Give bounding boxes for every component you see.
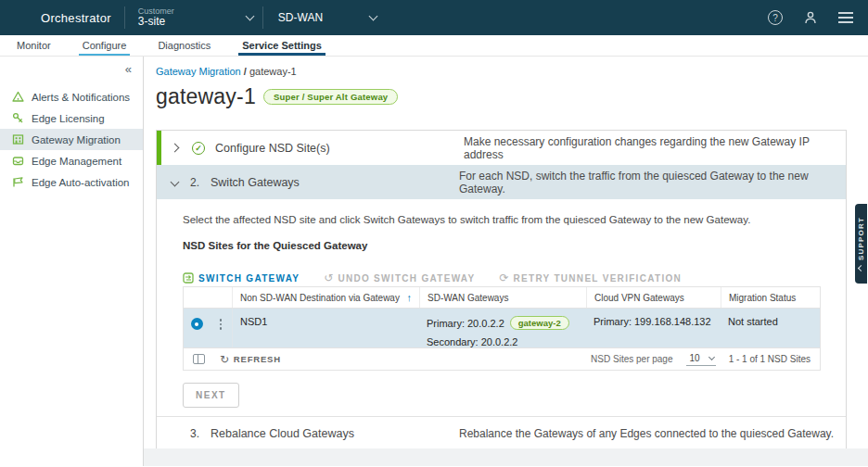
content-area: Gateway Migration / gateway-1 gateway-1 … [144, 57, 868, 466]
divider [124, 6, 125, 29]
gateway-role-badge: Super / Super Alt Gateway [263, 89, 398, 105]
column-picker-icon[interactable] [193, 354, 205, 364]
breadcrumb-parent-link[interactable]: Gateway Migration [156, 66, 241, 77]
retry-icon: ⟳ [499, 271, 508, 284]
sidebar-collapse-icon[interactable]: « [125, 62, 132, 76]
inbox-icon [12, 155, 24, 167]
column-header-sdwan-gateways[interactable]: SD-WAN Gateways [419, 287, 586, 308]
chevron-right-icon [171, 144, 180, 153]
page-title: gateway-1 [156, 84, 256, 109]
grid-toolbar: SWITCH GATEWAY ↺ UNDO SWITCH GATEWAY ⟳ R… [183, 271, 682, 284]
step1-configure-nsd-sites-header[interactable]: ✓ Configure NSD Site(s) Make necessary c… [157, 131, 846, 165]
chevron-left-icon [858, 265, 864, 271]
top-bar: Orchestrator Customer 3-site SD-WAN ? [0, 0, 868, 35]
user-icon[interactable] [803, 10, 818, 25]
sidebar-item-label: Edge Licensing [32, 113, 105, 124]
chevron-down-icon [245, 12, 254, 21]
sort-ascending-icon[interactable]: ↑ [407, 292, 413, 303]
sidebar: « Alerts & Notifications Edge Licensing [0, 57, 144, 466]
per-page-label: NSD Sites per page [591, 354, 672, 364]
cell-nsd-name: NSD1 [232, 309, 419, 347]
column-header-cloud-vpn-gateways[interactable]: Cloud VPN Gateways [586, 287, 721, 308]
row-radio-selected[interactable] [191, 318, 203, 330]
service-switcher[interactable]: SD-WAN [278, 11, 377, 24]
pagination-range: 1 - 1 of 1 NSD Sites [729, 354, 811, 364]
refresh-button[interactable]: ↻ REFRESH [220, 353, 281, 366]
step2-instruction: Select the affected NSD site and click S… [183, 214, 750, 225]
table-header-row: Non SD-WAN Destination via Gateway ↑ SD-… [184, 287, 820, 309]
nsd-sites-heading: NSD Sites for the Quiesced Gateway [183, 240, 367, 251]
nsd-sites-table: Non SD-WAN Destination via Gateway ↑ SD-… [183, 286, 821, 371]
step3-number: 3. [190, 427, 199, 440]
sidebar-item-edge-management[interactable]: Edge Management [0, 150, 143, 171]
sidebar-item-edge-licensing[interactable]: Edge Licensing [0, 107, 143, 129]
building-icon [12, 133, 24, 145]
sidebar-item-gateway-migration[interactable]: Gateway Migration [0, 129, 143, 150]
switch-gateway-label: SWITCH GATEWAY [198, 273, 300, 284]
sidebar-item-label: Edge Auto-activation [32, 177, 130, 188]
refresh-icon: ↻ [220, 353, 230, 366]
cell-migration-status: Not started [721, 309, 822, 347]
sdwan-primary: Primary: 20.0.2.2 [427, 318, 504, 329]
radio-column-header [184, 287, 210, 308]
per-page-select[interactable]: 10 [686, 352, 716, 366]
tab-diagnostics[interactable]: Diagnostics [154, 35, 214, 56]
column-header-migration-status[interactable]: Migration Status [721, 287, 822, 308]
sidebar-item-label: Gateway Migration [32, 134, 121, 145]
table-row[interactable]: NSD1 Primary: 20.0.2.2 gateway-2 Seconda… [184, 309, 820, 347]
step3-rebalance-header[interactable]: 3. Rebalance Cloud Gateways Rebalance th… [157, 416, 846, 450]
sidebar-item-edge-auto-activation[interactable]: Edge Auto-activation [0, 171, 143, 193]
retry-tunnel-verification-label: RETRY TUNNEL VERIFICATION [514, 273, 683, 284]
sidebar-item-label: Edge Management [32, 156, 121, 167]
sidebar-item-alerts-notifications[interactable]: Alerts & Notifications [0, 86, 143, 107]
step2-number: 2. [190, 176, 199, 189]
step2-title: Switch Gateways [211, 176, 300, 189]
actions-column-header [210, 287, 232, 308]
row-kebab-menu-icon[interactable] [210, 309, 232, 347]
table-footer: ↻ REFRESH NSD Sites per page 10 1 - 1 of… [184, 347, 820, 370]
cell-cloud-vpn: Primary: 199.168.148.132 [586, 309, 721, 347]
column-header-nsd[interactable]: Non SD-WAN Destination via Gateway ↑ [232, 287, 419, 308]
step2-body: Select the affected NSD site and click S… [157, 199, 846, 416]
per-page-value: 10 [690, 353, 700, 363]
key-icon [12, 112, 24, 124]
flag-icon [12, 176, 24, 188]
app-window: Orchestrator Customer 3-site SD-WAN ? Mo… [0, 0, 868, 467]
cell-sdwan-gateways: Primary: 20.0.2.2 gateway-2 Secondary: 2… [419, 309, 586, 347]
step3-description: Rebalance the Gateways of any Edges conn… [459, 427, 834, 440]
migration-wizard-card: ✓ Configure NSD Site(s) Make necessary c… [156, 130, 847, 451]
breadcrumb: Gateway Migration / gateway-1 [144, 57, 868, 77]
undo-switch-gateway-label: UNDO SWITCH GATEWAY [338, 273, 475, 284]
step1-title: Configure NSD Site(s) [215, 142, 330, 155]
chevron-down-icon [368, 12, 377, 21]
customer-value: 3-site [138, 16, 174, 29]
tab-monitor[interactable]: Monitor [13, 35, 55, 56]
alert-triangle-icon [12, 91, 24, 103]
chevron-down-icon [708, 354, 715, 360]
undo-icon: ↺ [324, 271, 333, 284]
next-button[interactable]: NEXT [183, 383, 239, 408]
tab-service-settings[interactable]: Service Settings [238, 35, 326, 56]
gateway-badge: gateway-2 [510, 316, 569, 330]
customer-switcher[interactable]: Customer 3-site [138, 6, 253, 29]
support-tab[interactable]: SUPPORT [855, 204, 867, 284]
page-bottom-strip [144, 448, 868, 466]
retry-tunnel-verification-button[interactable]: ⟳ RETRY TUNNEL VERIFICATION [499, 271, 682, 284]
switch-gateway-button[interactable]: SWITCH GATEWAY [183, 272, 300, 284]
refresh-label: REFRESH [234, 354, 281, 364]
menu-icon[interactable] [838, 12, 853, 23]
help-icon[interactable]: ? [768, 10, 783, 25]
support-tab-label: SUPPORT [857, 217, 865, 260]
step3-title: Rebalance Cloud Gateways [211, 427, 354, 440]
product-title: Orchestrator [41, 11, 111, 25]
step2-switch-gateways-header[interactable]: 2. Switch Gateways For each NSD, switch … [157, 165, 846, 199]
sidebar-item-label: Alerts & Notifications [32, 92, 130, 103]
divider [262, 6, 263, 29]
chevron-down-icon [171, 178, 180, 187]
breadcrumb-separator: / [244, 66, 247, 77]
switch-gateway-icon [183, 272, 194, 284]
main-nav: Monitor Configure Diagnostics Service Se… [0, 35, 868, 57]
step2-description: For each NSD, switch the traffic from th… [459, 170, 846, 196]
tab-configure[interactable]: Configure [79, 35, 131, 56]
undo-switch-gateway-button[interactable]: ↺ UNDO SWITCH GATEWAY [324, 271, 475, 284]
